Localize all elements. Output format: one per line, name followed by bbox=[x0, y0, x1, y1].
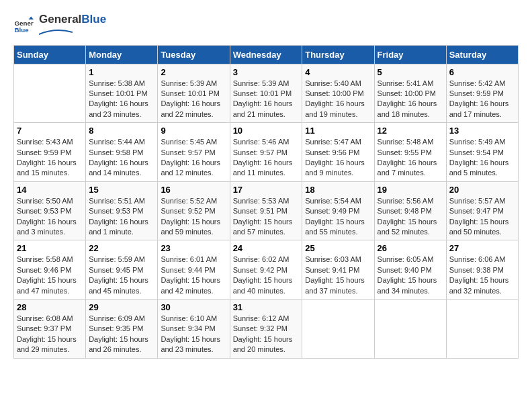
calendar-cell: 4Sunrise: 5:40 AM Sunset: 10:00 PM Dayli… bbox=[302, 64, 374, 123]
day-info: Sunrise: 5:38 AM Sunset: 10:01 PM Daylig… bbox=[89, 79, 154, 120]
day-info: Sunrise: 6:10 AM Sunset: 9:34 PM Dayligh… bbox=[161, 314, 226, 355]
column-header-sunday: Sunday bbox=[14, 45, 86, 64]
day-info: Sunrise: 5:56 AM Sunset: 9:48 PM Dayligh… bbox=[378, 196, 443, 238]
calendar-cell bbox=[302, 299, 374, 358]
day-info: Sunrise: 6:06 AM Sunset: 9:38 PM Dayligh… bbox=[449, 255, 515, 296]
day-info: Sunrise: 5:52 AM Sunset: 9:52 PM Dayligh… bbox=[161, 196, 226, 238]
calendar-table: SundayMondayTuesdayWednesdayThursdayFrid… bbox=[13, 45, 519, 359]
day-number: 28 bbox=[17, 302, 83, 312]
calendar-cell: 19Sunrise: 5:56 AM Sunset: 9:48 PM Dayli… bbox=[374, 181, 446, 240]
column-header-thursday: Thursday bbox=[302, 45, 374, 64]
day-info: Sunrise: 6:08 AM Sunset: 9:37 PM Dayligh… bbox=[17, 314, 83, 355]
calendar-cell: 23Sunrise: 6:01 AM Sunset: 9:44 PM Dayli… bbox=[158, 240, 230, 300]
day-info: Sunrise: 5:40 AM Sunset: 10:00 PM Daylig… bbox=[305, 79, 371, 120]
day-info: Sunrise: 6:02 AM Sunset: 9:42 PM Dayligh… bbox=[233, 255, 300, 296]
calendar-week-row: 1Sunrise: 5:38 AM Sunset: 10:01 PM Dayli… bbox=[14, 64, 519, 123]
calendar-cell: 22Sunrise: 5:59 AM Sunset: 9:45 PM Dayli… bbox=[86, 240, 158, 300]
calendar-week-row: 7Sunrise: 5:43 AM Sunset: 9:59 PM Daylig… bbox=[14, 123, 519, 182]
day-number: 31 bbox=[233, 302, 300, 312]
day-info: Sunrise: 6:01 AM Sunset: 9:44 PM Dayligh… bbox=[161, 255, 226, 296]
day-info: Sunrise: 5:49 AM Sunset: 9:54 PM Dayligh… bbox=[449, 137, 515, 179]
day-info: Sunrise: 5:57 AM Sunset: 9:47 PM Dayligh… bbox=[449, 196, 515, 238]
day-info: Sunrise: 5:51 AM Sunset: 9:53 PM Dayligh… bbox=[89, 196, 154, 238]
day-info: Sunrise: 6:09 AM Sunset: 9:35 PM Dayligh… bbox=[89, 314, 154, 355]
day-info: Sunrise: 5:54 AM Sunset: 9:49 PM Dayligh… bbox=[305, 196, 371, 238]
day-info: Sunrise: 5:53 AM Sunset: 9:51 PM Dayligh… bbox=[233, 196, 300, 238]
calendar-week-row: 14Sunrise: 5:50 AM Sunset: 9:53 PM Dayli… bbox=[14, 181, 519, 240]
calendar-cell: 25Sunrise: 6:03 AM Sunset: 9:41 PM Dayli… bbox=[302, 240, 374, 300]
svg-text:Blue: Blue bbox=[15, 26, 30, 34]
calendar-cell: 1Sunrise: 5:38 AM Sunset: 10:01 PM Dayli… bbox=[86, 64, 158, 123]
column-header-wednesday: Wednesday bbox=[230, 45, 302, 64]
calendar-cell: 20Sunrise: 5:57 AM Sunset: 9:47 PM Dayli… bbox=[446, 181, 518, 240]
calendar-header-row: SundayMondayTuesdayWednesdayThursdayFrid… bbox=[14, 45, 519, 64]
calendar-cell: 29Sunrise: 6:09 AM Sunset: 9:35 PM Dayli… bbox=[86, 299, 158, 358]
logo-icon: General Blue bbox=[13, 15, 34, 36]
calendar-cell: 11Sunrise: 5:47 AM Sunset: 9:56 PM Dayli… bbox=[302, 123, 374, 182]
day-info: Sunrise: 6:03 AM Sunset: 9:41 PM Dayligh… bbox=[305, 255, 371, 296]
calendar-cell bbox=[14, 64, 86, 123]
logo-blue: Blue bbox=[81, 13, 106, 26]
calendar-cell: 5Sunrise: 5:41 AM Sunset: 10:00 PM Dayli… bbox=[374, 64, 446, 123]
day-info: Sunrise: 5:39 AM Sunset: 10:01 PM Daylig… bbox=[233, 79, 300, 120]
day-info: Sunrise: 5:39 AM Sunset: 10:01 PM Daylig… bbox=[161, 79, 226, 120]
day-info: Sunrise: 6:05 AM Sunset: 9:40 PM Dayligh… bbox=[378, 255, 443, 296]
day-number: 30 bbox=[161, 302, 226, 312]
day-number: 16 bbox=[161, 185, 226, 195]
day-number: 24 bbox=[233, 243, 300, 253]
day-number: 26 bbox=[378, 243, 443, 253]
calendar-cell bbox=[446, 299, 518, 358]
day-number: 4 bbox=[305, 67, 371, 77]
day-number: 13 bbox=[449, 126, 515, 136]
calendar-cell: 3Sunrise: 5:39 AM Sunset: 10:01 PM Dayli… bbox=[230, 64, 302, 123]
day-number: 9 bbox=[161, 126, 226, 136]
column-header-tuesday: Tuesday bbox=[158, 45, 230, 64]
calendar-cell: 15Sunrise: 5:51 AM Sunset: 9:53 PM Dayli… bbox=[86, 181, 158, 240]
calendar-cell: 16Sunrise: 5:52 AM Sunset: 9:52 PM Dayli… bbox=[158, 181, 230, 240]
column-header-saturday: Saturday bbox=[446, 45, 518, 64]
column-header-monday: Monday bbox=[86, 45, 158, 64]
calendar-cell: 28Sunrise: 6:08 AM Sunset: 9:37 PM Dayli… bbox=[14, 299, 86, 358]
day-info: Sunrise: 5:50 AM Sunset: 9:53 PM Dayligh… bbox=[17, 196, 83, 238]
day-number: 2 bbox=[161, 67, 226, 77]
calendar-cell: 14Sunrise: 5:50 AM Sunset: 9:53 PM Dayli… bbox=[14, 181, 86, 240]
day-number: 23 bbox=[161, 243, 226, 253]
day-info: Sunrise: 5:41 AM Sunset: 10:00 PM Daylig… bbox=[378, 79, 443, 120]
calendar-cell: 10Sunrise: 5:46 AM Sunset: 9:57 PM Dayli… bbox=[230, 123, 302, 182]
logo: General Blue GeneralBlue bbox=[13, 13, 106, 38]
calendar-cell: 13Sunrise: 5:49 AM Sunset: 9:54 PM Dayli… bbox=[446, 123, 518, 182]
day-number: 22 bbox=[89, 243, 154, 253]
calendar-cell: 21Sunrise: 5:58 AM Sunset: 9:46 PM Dayli… bbox=[14, 240, 86, 300]
logo-swoosh bbox=[39, 29, 73, 36]
calendar-cell bbox=[374, 299, 446, 358]
calendar-cell: 12Sunrise: 5:48 AM Sunset: 9:55 PM Dayli… bbox=[374, 123, 446, 182]
calendar-cell: 30Sunrise: 6:10 AM Sunset: 9:34 PM Dayli… bbox=[158, 299, 230, 358]
calendar-cell: 18Sunrise: 5:54 AM Sunset: 9:49 PM Dayli… bbox=[302, 181, 374, 240]
page-header: General Blue GeneralBlue bbox=[13, 13, 519, 38]
calendar-cell: 6Sunrise: 5:42 AM Sunset: 9:59 PM Daylig… bbox=[446, 64, 518, 123]
day-number: 20 bbox=[449, 185, 515, 195]
day-info: Sunrise: 5:44 AM Sunset: 9:58 PM Dayligh… bbox=[89, 137, 154, 179]
day-info: Sunrise: 5:45 AM Sunset: 9:57 PM Dayligh… bbox=[161, 137, 226, 179]
day-info: Sunrise: 5:58 AM Sunset: 9:46 PM Dayligh… bbox=[17, 255, 83, 296]
day-info: Sunrise: 5:46 AM Sunset: 9:57 PM Dayligh… bbox=[233, 137, 300, 179]
calendar-cell: 2Sunrise: 5:39 AM Sunset: 10:01 PM Dayli… bbox=[158, 64, 230, 123]
calendar-cell: 24Sunrise: 6:02 AM Sunset: 9:42 PM Dayli… bbox=[230, 240, 302, 300]
calendar-week-row: 28Sunrise: 6:08 AM Sunset: 9:37 PM Dayli… bbox=[14, 299, 519, 358]
day-number: 29 bbox=[89, 302, 154, 312]
column-header-friday: Friday bbox=[374, 45, 446, 64]
day-info: Sunrise: 5:47 AM Sunset: 9:56 PM Dayligh… bbox=[305, 137, 371, 179]
day-info: Sunrise: 6:12 AM Sunset: 9:32 PM Dayligh… bbox=[233, 314, 300, 355]
day-number: 17 bbox=[233, 185, 300, 195]
day-number: 15 bbox=[89, 185, 154, 195]
day-number: 11 bbox=[305, 126, 371, 136]
day-number: 10 bbox=[233, 126, 300, 136]
calendar-cell: 7Sunrise: 5:43 AM Sunset: 9:59 PM Daylig… bbox=[14, 123, 86, 182]
calendar-week-row: 21Sunrise: 5:58 AM Sunset: 9:46 PM Dayli… bbox=[14, 240, 519, 300]
day-info: Sunrise: 5:42 AM Sunset: 9:59 PM Dayligh… bbox=[449, 79, 515, 120]
day-info: Sunrise: 5:59 AM Sunset: 9:45 PM Dayligh… bbox=[89, 255, 154, 296]
calendar-cell: 8Sunrise: 5:44 AM Sunset: 9:58 PM Daylig… bbox=[86, 123, 158, 182]
day-number: 25 bbox=[305, 243, 371, 253]
day-number: 7 bbox=[17, 126, 83, 136]
calendar-cell: 31Sunrise: 6:12 AM Sunset: 9:32 PM Dayli… bbox=[230, 299, 302, 358]
